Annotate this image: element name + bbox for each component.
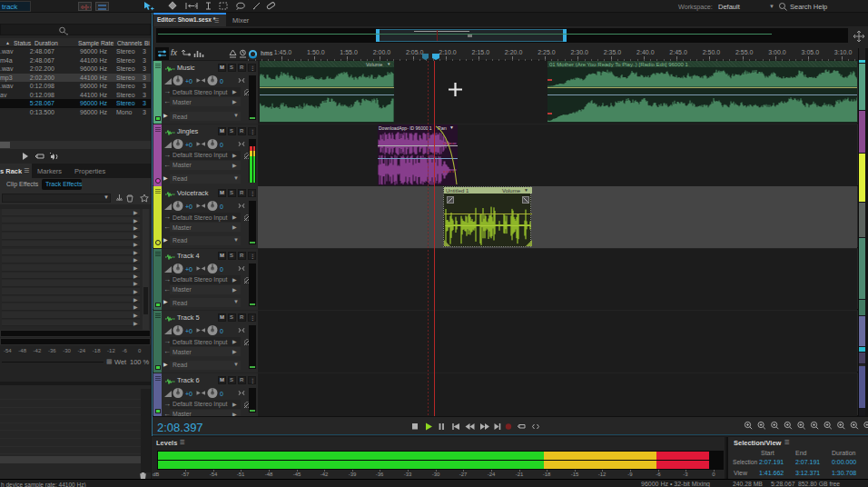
svg-text:0: 0	[220, 328, 223, 334]
svg-text:+0: +0	[185, 142, 192, 148]
svg-text:+0: +0	[185, 204, 192, 210]
svg-text:0: 0	[220, 391, 223, 397]
svg-text:+0: +0	[185, 391, 192, 397]
svg-text:0: 0	[220, 266, 223, 273]
svg-text:+0: +0	[185, 266, 192, 273]
svg-text:+0: +0	[185, 328, 192, 334]
svg-text:+0: +0	[185, 78, 192, 84]
svg-text:0: 0	[220, 142, 223, 148]
svg-text:0: 0	[220, 204, 223, 210]
svg-text:0: 0	[220, 78, 223, 84]
